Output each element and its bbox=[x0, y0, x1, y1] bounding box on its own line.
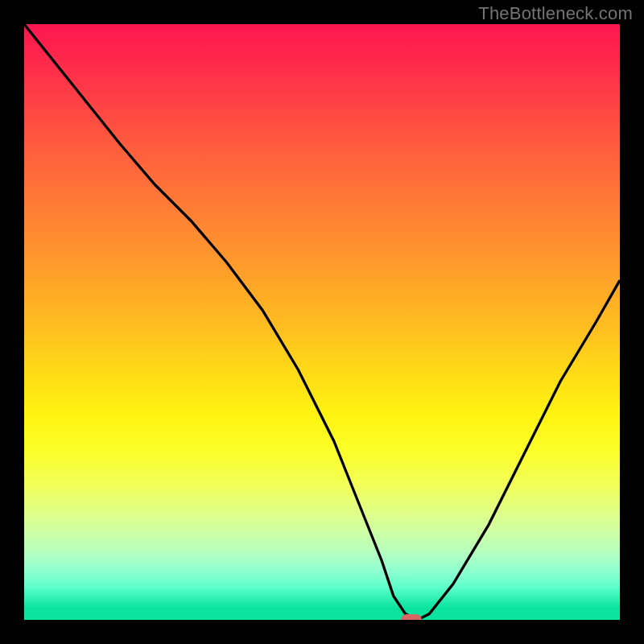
optimal-point-marker bbox=[401, 614, 422, 620]
watermark-text: TheBottleneck.com bbox=[478, 3, 633, 24]
curve-path bbox=[24, 24, 620, 620]
plot-area bbox=[24, 24, 620, 620]
bottleneck-curve bbox=[24, 24, 620, 620]
